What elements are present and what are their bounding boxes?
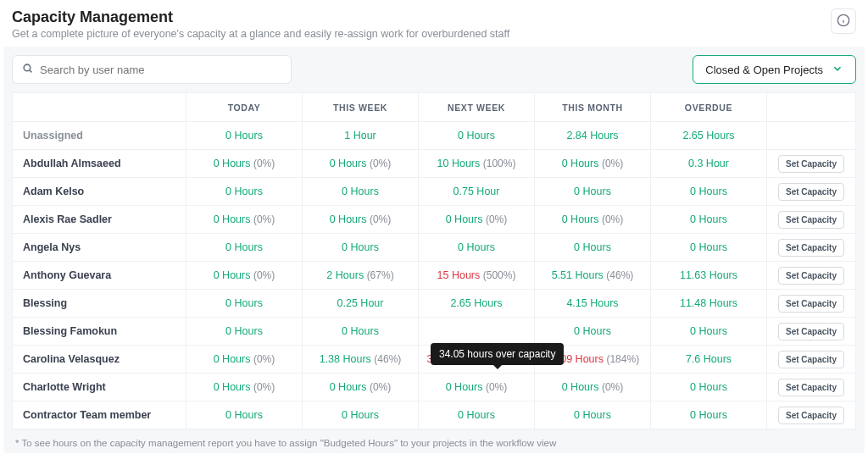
table-row: Abdullah Almsaeed0 Hours (0%)0 Hours (0%…	[13, 150, 856, 178]
hours-value: 0 Hours	[330, 381, 367, 393]
search-input[interactable]	[12, 55, 292, 84]
row-name: Unassigned	[13, 122, 186, 150]
set-capacity-button[interactable]: Set Capacity	[778, 323, 844, 340]
action-cell: Set Capacity	[767, 318, 856, 346]
set-capacity-button[interactable]: Set Capacity	[778, 407, 844, 424]
action-cell: Set Capacity	[767, 150, 856, 178]
capacity-cell: 0 Hours (0%)	[535, 374, 651, 401]
hours-value: 0.25 Hour	[337, 297, 384, 309]
capacity-cell: 0 Hours (0%)	[303, 206, 419, 234]
capacity-cell: 0 Hours	[303, 178, 419, 206]
capacity-cell: 0 Hours	[303, 318, 419, 346]
capacity-cell: 11.63 Hours	[651, 262, 767, 290]
hours-value: 0 Hours	[342, 241, 379, 253]
capacity-cell: 0.3 Hour	[651, 150, 767, 178]
capacity-cell: 7.6 Hours	[651, 346, 767, 374]
hours-value: 4.15 Hours	[566, 297, 618, 309]
percent-value: (0%)	[370, 213, 391, 225]
capacity-cell: 0.25 Hour	[303, 290, 419, 318]
row-name: Alexis Rae Sadler	[13, 206, 186, 234]
column-header: THIS WEEK	[303, 93, 419, 122]
capacity-cell: 0 Hours	[186, 178, 303, 206]
capacity-cell: 0 Hours	[651, 374, 767, 401]
column-header	[13, 93, 186, 122]
capacity-cell: 0 Hours	[419, 122, 535, 150]
capacity-cell: 0 Hours (0%)	[419, 374, 535, 401]
search-icon	[22, 63, 33, 76]
chevron-down-icon	[832, 63, 843, 77]
capacity-cell: 0 Hours (0%)	[535, 150, 651, 178]
percent-value: (1235%)	[487, 353, 526, 365]
capacity-cell: 0 Hours	[186, 122, 303, 150]
row-name: Contractor Team member	[13, 401, 186, 429]
table-row: Charlotte Wright0 Hours (0%)0 Hours (0%)…	[13, 374, 856, 401]
capacity-cell: 0 Hours	[186, 290, 303, 318]
set-capacity-button[interactable]: Set Capacity	[778, 155, 844, 173]
hours-value: 0 Hours	[225, 325, 263, 337]
capacity-cell: 0.75 Hour	[419, 178, 535, 206]
set-capacity-button[interactable]: Set Capacity	[778, 295, 844, 313]
hours-value: 0 Hours	[225, 185, 263, 197]
capacity-cell: 11.48 Hours	[651, 290, 767, 318]
capacity-cell	[419, 318, 535, 346]
svg-line-4	[30, 70, 31, 72]
hours-value: 7.6 Hours	[686, 353, 732, 365]
info-button[interactable]	[831, 8, 856, 34]
column-header	[767, 93, 856, 122]
hours-value: 2 Hours	[326, 269, 364, 281]
row-name: Charlotte Wright	[13, 374, 186, 401]
hours-value: 0 Hours	[225, 130, 263, 141]
action-cell: Set Capacity	[767, 206, 856, 234]
hours-value: 22.09 Hours	[546, 353, 604, 365]
capacity-cell: 2.65 Hours	[651, 122, 767, 150]
action-cell: Set Capacity	[767, 290, 856, 318]
hours-value: 0 Hours	[342, 185, 379, 197]
capacity-cell: 0 Hours	[535, 401, 651, 429]
hours-value: 0 Hours	[225, 297, 263, 309]
hours-value: 0 Hours	[225, 409, 263, 421]
capacity-cell: 0 Hours	[651, 401, 767, 429]
hours-value: 2.84 Hours	[566, 130, 618, 141]
capacity-cell: 0 Hours (0%)	[303, 150, 419, 178]
percent-value: (0%)	[253, 269, 275, 281]
capacity-cell: 0 Hours (0%)	[186, 206, 303, 234]
table-row: Blessing0 Hours0.25 Hour2.65 Hours4.15 H…	[13, 290, 856, 318]
action-cell: Set Capacity	[767, 346, 856, 374]
set-capacity-button[interactable]: Set Capacity	[778, 211, 844, 229]
set-capacity-button[interactable]: Set Capacity	[778, 239, 844, 257]
page-subtitle: Get a complete picture of everyone's cap…	[12, 28, 509, 40]
capacity-cell: 0 Hours	[303, 401, 419, 429]
hours-value: 2.65 Hours	[450, 297, 502, 309]
action-cell: Set Capacity	[767, 178, 856, 206]
column-header: THIS MONTH	[535, 93, 651, 122]
hours-value: 0 Hours	[690, 213, 727, 225]
info-icon	[837, 14, 850, 30]
hours-value: 0 Hours	[225, 241, 263, 253]
capacity-cell: 15 Hours (500%)	[419, 262, 535, 290]
set-capacity-button[interactable]: Set Capacity	[778, 183, 844, 201]
capacity-cell: 0 Hours	[186, 234, 303, 262]
percent-value: (0%)	[253, 353, 275, 365]
percent-value: (0%)	[370, 381, 391, 393]
search-box	[12, 55, 292, 84]
hours-value: 0 Hours	[446, 381, 483, 393]
hours-value: 0 Hours	[574, 409, 611, 421]
set-capacity-button[interactable]: Set Capacity	[778, 267, 844, 285]
project-filter-dropdown[interactable]: Closed & Open Projects	[693, 55, 856, 84]
capacity-cell: 0 Hours	[651, 206, 767, 234]
percent-value: (500%)	[483, 269, 516, 281]
capacity-cell: 0 Hours (0%)	[186, 262, 303, 290]
capacity-cell: 0 Hours	[651, 318, 767, 346]
set-capacity-button[interactable]: Set Capacity	[778, 379, 844, 396]
percent-value: (100%)	[483, 158, 516, 169]
capacity-cell: 0 Hours (0%)	[535, 206, 651, 234]
hours-value: 0 Hours	[690, 409, 727, 421]
hours-value: 0 Hours	[690, 381, 727, 393]
hours-value: 0 Hours	[214, 158, 251, 169]
row-name: Adam Kelso	[13, 178, 186, 206]
hours-value: 0 Hours	[574, 241, 611, 253]
percent-value: (184%)	[606, 353, 639, 365]
set-capacity-button[interactable]: Set Capacity	[778, 351, 844, 368]
capacity-cell: 4.15 Hours	[535, 290, 651, 318]
percent-value: (0%)	[602, 158, 623, 169]
